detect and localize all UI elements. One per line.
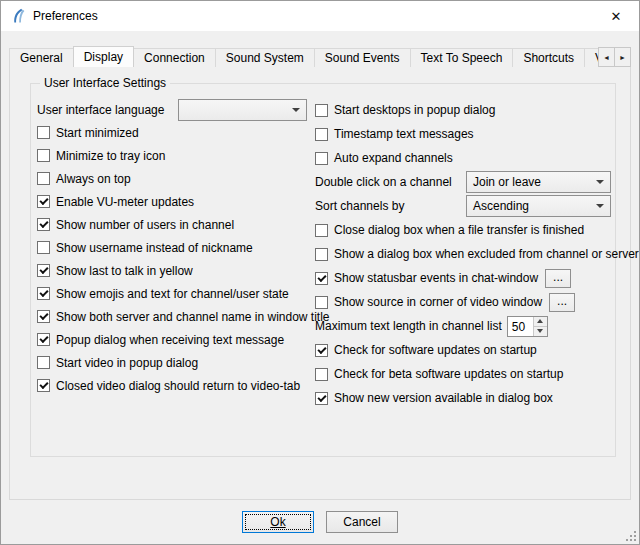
- checkbox-row[interactable]: Show a dialog box when excluded from cha…: [315, 242, 611, 266]
- spin-up-button[interactable]: [534, 317, 547, 326]
- window-title: Preferences: [33, 9, 98, 23]
- checkbox-row[interactable]: Show last to talk in yellow: [37, 259, 313, 282]
- checkbox-label: Close dialog box when a file transfer is…: [334, 223, 584, 237]
- checkbox-row[interactable]: Show both server and channel name in win…: [37, 305, 313, 328]
- title-bar: Preferences ✕: [1, 1, 639, 31]
- checkbox[interactable]: [37, 356, 50, 369]
- checkbox-label: Check for beta software updates on start…: [334, 367, 563, 381]
- max-text-length-label: Maximum text length in channel list: [315, 319, 502, 333]
- tab-label: Connection: [144, 51, 205, 65]
- checkbox-row[interactable]: Show number of users in channel: [37, 213, 313, 236]
- checkbox[interactable]: [37, 149, 50, 162]
- max-text-length-value: 50: [508, 317, 533, 336]
- statusbar-events-checkbox-row[interactable]: Show statusbar events in chat-window: [315, 271, 538, 285]
- checkbox[interactable]: [37, 218, 50, 231]
- checkbox-row[interactable]: Show emojis and text for channel/user st…: [37, 282, 313, 305]
- sort-channels-dropdown[interactable]: Ascending: [466, 195, 611, 217]
- checkbox-row[interactable]: Popup dialog when receiving text message: [37, 328, 313, 351]
- resize-grip[interactable]: [624, 529, 637, 542]
- tab[interactable]: Text To Speech: [410, 48, 514, 67]
- sort-channels-row: Sort channels by Ascending: [315, 194, 611, 218]
- tab-label: General: [20, 51, 63, 65]
- left-checkbox-list: Start minimized Minimize to tray icon Al…: [37, 121, 313, 397]
- tab-label: Sound System: [226, 51, 304, 65]
- checkbox-row[interactable]: Show username instead of nickname: [37, 236, 313, 259]
- checkbox-row[interactable]: Closed video dialog should return to vid…: [37, 374, 313, 397]
- checkbox-row[interactable]: Minimize to tray icon: [37, 144, 313, 167]
- statusbar-events-row: Show statusbar events in chat-window ...: [315, 266, 611, 290]
- checkbox-row[interactable]: Enable VU-meter updates: [37, 190, 313, 213]
- checkbox[interactable]: [315, 152, 328, 165]
- tab[interactable]: Shortcuts: [512, 48, 585, 67]
- checkbox-row[interactable]: Start minimized: [37, 121, 313, 144]
- checkbox-label: Show number of users in channel: [56, 218, 234, 232]
- ok-button-label: Ok: [270, 515, 285, 529]
- double-click-label: Double click on a channel: [315, 175, 466, 189]
- tab-strip: General Display Connection Sound System …: [9, 46, 631, 67]
- tab-scroll-right-icon[interactable]: ►: [614, 47, 631, 67]
- tab-scroller: ◄ ►: [599, 47, 631, 67]
- cancel-button[interactable]: Cancel: [326, 511, 398, 533]
- checkbox[interactable]: [37, 126, 50, 139]
- tab-scroll-left-icon[interactable]: ◄: [598, 47, 615, 67]
- right-checkbox-list-mid: Close dialog box when a file transfer is…: [315, 218, 611, 266]
- max-text-length-spinner[interactable]: 50: [507, 316, 548, 337]
- checkbox-row[interactable]: Close dialog box when a file transfer is…: [315, 218, 611, 242]
- tab[interactable]: Sound Events: [314, 48, 411, 67]
- checkbox[interactable]: [37, 241, 50, 254]
- video-source-more-button[interactable]: ...: [549, 293, 575, 312]
- checkbox-row[interactable]: Show new version available in dialog box: [315, 386, 611, 410]
- tab-label: Sound Events: [325, 51, 400, 65]
- checkbox[interactable]: [315, 368, 328, 381]
- checkbox[interactable]: [37, 172, 50, 185]
- checkbox[interactable]: [315, 224, 328, 237]
- checkbox-label: Start minimized: [56, 126, 139, 140]
- checkbox[interactable]: [37, 264, 50, 277]
- video-source-checkbox-row[interactable]: Show source in corner of video window: [315, 295, 542, 309]
- double-click-dropdown[interactable]: Join or leave: [466, 171, 611, 193]
- spin-down-button[interactable]: [534, 326, 547, 336]
- chevron-down-icon: [292, 108, 300, 112]
- double-click-row: Double click on a channel Join or leave: [315, 170, 611, 194]
- checkbox[interactable]: [315, 248, 328, 261]
- max-text-length-row: Maximum text length in channel list 50: [315, 314, 611, 338]
- checkbox-label: Timestamp text messages: [334, 127, 474, 141]
- checkbox[interactable]: [315, 344, 328, 357]
- checkbox-label: Show last to talk in yellow: [56, 264, 193, 278]
- statusbar-events-more-button[interactable]: ...: [545, 269, 571, 288]
- checkbox-label: Check for software updates on startup: [334, 343, 537, 357]
- checkbox[interactable]: [37, 195, 50, 208]
- checkbox-label: Minimize to tray icon: [56, 149, 165, 163]
- tab[interactable]: General: [9, 48, 74, 67]
- checkbox-row[interactable]: Start desktops in popup dialog: [315, 98, 611, 122]
- checkbox[interactable]: [37, 310, 50, 323]
- tab[interactable]: Sound System: [215, 48, 315, 67]
- checkbox[interactable]: [37, 379, 50, 392]
- language-dropdown[interactable]: [178, 99, 307, 121]
- checkbox-row[interactable]: Auto expand channels: [315, 146, 611, 170]
- checkbox-label: Always on top: [56, 172, 131, 186]
- right-checkbox-list-top: Start desktops in popup dialog Timestamp…: [315, 98, 611, 170]
- checkbox[interactable]: [315, 128, 328, 141]
- checkbox[interactable]: [315, 272, 328, 285]
- checkbox[interactable]: [315, 392, 328, 405]
- checkbox[interactable]: [315, 104, 328, 117]
- checkbox[interactable]: [37, 287, 50, 300]
- checkbox-row[interactable]: Check for software updates on startup: [315, 338, 611, 362]
- close-button[interactable]: ✕: [593, 1, 639, 31]
- video-source-row: Show source in corner of video window ..…: [315, 290, 611, 314]
- right-checkbox-list-bottom: Check for software updates on startup Ch…: [315, 338, 611, 410]
- checkbox[interactable]: [37, 333, 50, 346]
- tab[interactable]: Connection: [133, 48, 216, 67]
- checkbox-row[interactable]: Start video in popup dialog: [37, 351, 313, 374]
- chevron-down-icon: [596, 204, 604, 208]
- ok-button[interactable]: Ok: [242, 511, 314, 533]
- tab-label: Shortcuts: [523, 51, 574, 65]
- checkbox[interactable]: [315, 296, 328, 309]
- checkbox-row[interactable]: Check for beta software updates on start…: [315, 362, 611, 386]
- checkbox-row[interactable]: Timestamp text messages: [315, 122, 611, 146]
- tab[interactable]: Display: [73, 46, 134, 67]
- language-row: User interface language: [37, 98, 313, 121]
- checkbox-row[interactable]: Always on top: [37, 167, 313, 190]
- checkbox-label: Popup dialog when receiving text message: [56, 333, 284, 347]
